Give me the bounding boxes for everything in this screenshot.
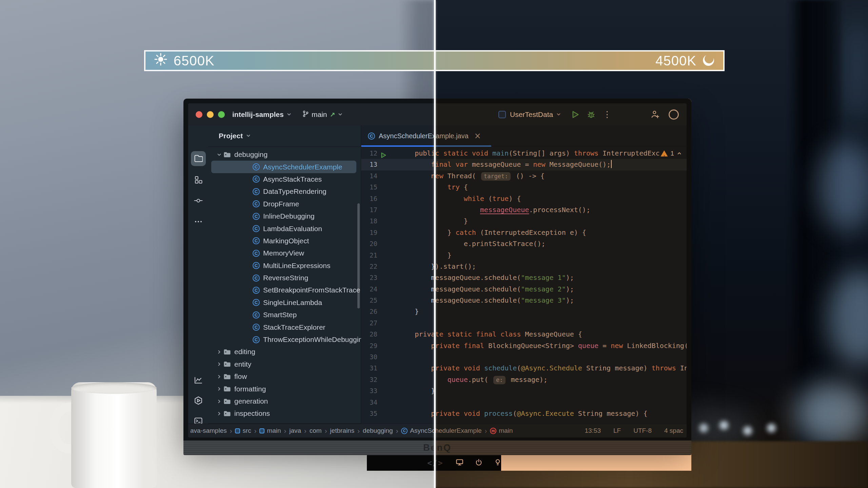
- breadcrumb-item-src[interactable]: src: [235, 427, 251, 434]
- project-scrollbar[interactable]: [357, 203, 360, 308]
- line-number: 15: [361, 182, 377, 193]
- branch-selector[interactable]: main ↗: [302, 103, 343, 125]
- class-icon: C: [253, 188, 260, 195]
- minimize-window-button[interactable]: [207, 111, 214, 118]
- debug-button[interactable]: [587, 110, 595, 119]
- breadcrumb-item-AsyncSchedulerExample[interactable]: CAsyncSchedulerExample: [401, 427, 481, 434]
- code-line-16: 16 while (true) {: [361, 193, 687, 204]
- class-icon: C: [253, 176, 260, 183]
- tree-item-DataTypeRendering[interactable]: CDataTypeRendering: [211, 185, 356, 198]
- line-number: 35: [361, 408, 377, 419]
- code-line-23: 23 messageQueue.schedule("message 1");: [361, 272, 687, 283]
- chevron-up-icon[interactable]: [677, 151, 682, 156]
- line-number: 18: [361, 216, 377, 227]
- tree-item-LambdaEvaluation[interactable]: CLambdaEvaluation: [211, 222, 356, 235]
- code-editor[interactable]: 12 public static void main(String[] args…: [361, 146, 687, 424]
- avatar[interactable]: [669, 109, 679, 120]
- chevron-down-icon[interactable]: [215, 152, 223, 157]
- tree-item-label: SetBreakpointFromStackTrace: [263, 286, 360, 294]
- chevron-right-icon[interactable]: [215, 411, 223, 416]
- tree-item-label: DropFrame: [263, 200, 299, 208]
- monitor-display-icon: [456, 459, 463, 467]
- commit-tool-button[interactable]: [191, 193, 206, 208]
- chevron-right-icon[interactable]: [215, 362, 223, 367]
- breadcrumb-item-main[interactable]: mmain: [490, 427, 513, 434]
- line-separator[interactable]: LF: [613, 427, 621, 434]
- inspection-widget[interactable]: !1: [660, 148, 682, 159]
- class-icon: C: [253, 213, 260, 220]
- line-number: 14: [361, 170, 377, 182]
- code-line-35: 35 private void process(@Async.Execute S…: [361, 408, 687, 419]
- tree-item-inspections[interactable]: inspections: [211, 407, 356, 420]
- indent[interactable]: 4 spac: [664, 427, 683, 434]
- breadcrumb-item-debugging[interactable]: debugging: [363, 427, 393, 434]
- project-selector[interactable]: intellij-samples: [232, 103, 292, 125]
- code-line-21: 21 }: [361, 250, 687, 261]
- run-button[interactable]: [571, 110, 579, 119]
- tree-item-AsyncSchedulerExample[interactable]: CAsyncSchedulerExample: [211, 161, 356, 173]
- tree-item-ThrowExceptionWhileDebugging[interactable]: CThrowExceptionWhileDebugging: [211, 333, 356, 346]
- line-number: 19: [361, 227, 377, 238]
- tree-item-label: DataTypeRendering: [263, 187, 327, 196]
- close-window-button[interactable]: [196, 111, 202, 118]
- line-number: 21: [361, 250, 377, 261]
- tree-item-StackTraceExplorer[interactable]: CStackTraceExplorer: [211, 321, 356, 333]
- sun-icon: [153, 52, 169, 70]
- structure-tool-button[interactable]: [191, 172, 206, 187]
- project-panel-header[interactable]: Project: [219, 125, 251, 146]
- tree-item-SmartStep[interactable]: CSmartStep: [211, 309, 356, 321]
- tree-item-AsyncStackTraces[interactable]: CAsyncStackTraces: [211, 173, 356, 185]
- close-tab-icon[interactable]: ×: [474, 131, 481, 141]
- more-actions-button[interactable]: ⋮: [603, 110, 611, 119]
- breadcrumb-item-java[interactable]: java: [289, 427, 301, 434]
- chevron-right-icon[interactable]: [215, 374, 223, 379]
- breadcrumb-separator: ›: [485, 427, 487, 435]
- tree-item-SetBreakpointFromStackTrace[interactable]: CSetBreakpointFromStackTrace: [211, 284, 356, 296]
- class-icon: C: [253, 274, 260, 282]
- add-user-icon[interactable]: [651, 110, 660, 119]
- chevron-right-icon[interactable]: [215, 399, 223, 404]
- breadcrumb-item-jetbrains[interactable]: jetbrains: [330, 427, 354, 434]
- folder-icon: [223, 410, 231, 417]
- chevron-right-icon[interactable]: [215, 349, 223, 354]
- line-number: 26: [361, 306, 377, 317]
- outgoing-commits-icon: ↗: [330, 111, 335, 118]
- code-line-15: 15 try {: [361, 182, 687, 193]
- tree-item-flow[interactable]: flow: [211, 370, 356, 383]
- tree-item-formatting[interactable]: formatting: [211, 383, 356, 395]
- services-tool-button[interactable]: [191, 393, 206, 408]
- tree-item-InlineDebugging[interactable]: CInlineDebugging: [211, 210, 356, 222]
- mug-rim: [71, 382, 157, 394]
- breadcrumb-item-com[interactable]: com: [310, 427, 322, 434]
- more-tools-icon[interactable]: [191, 214, 206, 229]
- chevron-down-icon[interactable]: [556, 110, 561, 119]
- project-tool-button[interactable]: [191, 151, 206, 166]
- tab-asyncschedulerexample[interactable]: C AsyncSchedulerExample.java ×: [361, 125, 489, 146]
- tree-item-editing[interactable]: editing: [211, 346, 356, 358]
- tree-item-label: SmartStep: [263, 311, 297, 319]
- tree-item-ReverseString[interactable]: CReverseString: [211, 272, 356, 284]
- city-bokeh: [794, 383, 868, 444]
- line-number: 25: [361, 295, 377, 306]
- breadcrumb-separator: ›: [230, 427, 232, 435]
- breadcrumb-item-main[interactable]: main: [259, 427, 281, 434]
- breadcrumb-item-ava-samples[interactable]: ava-samples: [190, 427, 227, 434]
- tree-item-generation[interactable]: generation: [211, 395, 356, 407]
- tree-item-MemoryView[interactable]: CMemoryView: [211, 247, 356, 259]
- tree-item-SingleLineLambda[interactable]: CSingleLineLambda: [211, 297, 356, 309]
- breadcrumb: ava-samples›src›main›java›com›jetbrains›…: [190, 427, 513, 435]
- code-line-17: 17 messageQueue.processNext();: [361, 204, 687, 216]
- tree-item-debugging[interactable]: debugging: [211, 148, 356, 161]
- line-number: 27: [361, 318, 377, 329]
- run-config-selector[interactable]: UserTestData: [510, 110, 553, 119]
- caret-position[interactable]: 13:53: [585, 427, 601, 434]
- encoding[interactable]: UTF-8: [633, 427, 652, 434]
- zoom-window-button[interactable]: [218, 111, 225, 118]
- tree-item-MultiLineExpressions[interactable]: CMultiLineExpressions: [211, 260, 356, 272]
- tree-item-entity[interactable]: entity: [211, 358, 356, 370]
- profiler-tool-button[interactable]: [191, 373, 206, 388]
- tree-item-MarkingObject[interactable]: CMarkingObject: [211, 235, 356, 247]
- tree-item-DropFrame[interactable]: CDropFrame: [211, 198, 356, 210]
- chevron-right-icon[interactable]: [215, 386, 223, 391]
- breadcrumb-separator: ›: [396, 427, 398, 435]
